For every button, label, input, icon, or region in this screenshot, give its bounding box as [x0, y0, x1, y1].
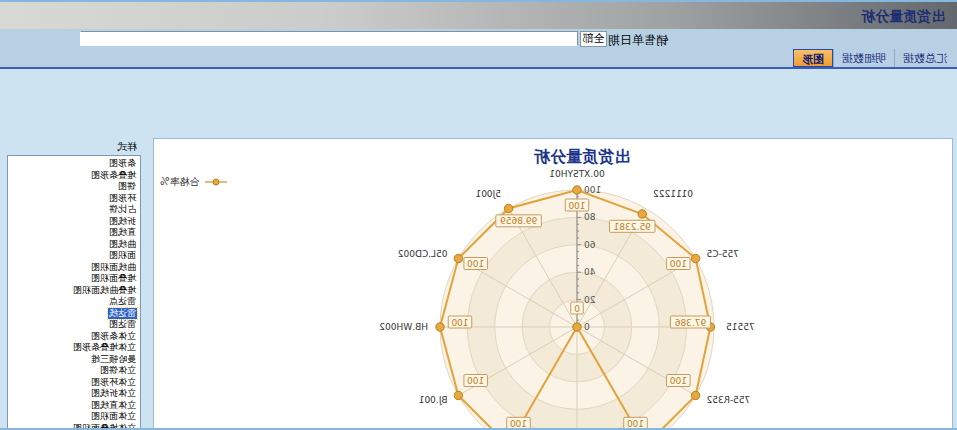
app-window: 出货质量分析 销售单日期 全部 汇总数据明细数据图形 0204060801001…	[0, 0, 957, 430]
main-area: 02040608010010099.8659100100100100010010…	[0, 67, 957, 430]
radar-data-point	[436, 323, 444, 331]
radar-data-point	[454, 391, 462, 399]
style-list-item[interactable]: 曼哈顿三维	[8, 354, 137, 366]
radar-data-point	[504, 204, 512, 212]
tab-summary-data[interactable]: 汇总数据	[894, 49, 955, 67]
style-list-item[interactable]: 立体条形图	[8, 331, 137, 343]
filter-date-label: 销售单日期	[608, 32, 668, 49]
style-list-item[interactable]: 堆叠面积图	[8, 273, 137, 285]
radar-value-label: 100	[669, 376, 686, 386]
style-list-item[interactable]: 立体饼图	[8, 365, 137, 377]
radar-value-label: 100	[451, 318, 468, 328]
legend-label: 合格率%	[160, 175, 200, 189]
radar-value-label: 95.2381	[614, 222, 651, 232]
radar-value-label: 0	[574, 304, 580, 314]
radar-tick-label: 60	[584, 240, 596, 250]
style-list-item[interactable]: 雷达点	[8, 296, 137, 308]
tab-detail-data[interactable]: 明细数据	[833, 49, 894, 67]
radar-data-point	[454, 254, 462, 262]
style-list: 条形图堆叠条形图饼图环形图占比饼折线图直线图曲线图面积图曲线面积图堆叠面积图堆叠…	[7, 155, 141, 430]
radar-tick-label: 20	[584, 295, 596, 305]
legend: 合格率%	[160, 175, 228, 189]
style-list-item[interactable]: 立体直线图	[8, 400, 137, 412]
style-list-item[interactable]: 立体环形图	[8, 377, 137, 389]
chart-title: 出货质量分析	[212, 147, 952, 168]
radar-data-point	[691, 254, 699, 262]
radar-category-label: 05L.CD002	[398, 249, 448, 259]
radar-value-label: 100	[669, 259, 686, 269]
page-title: 出货质量分析	[861, 8, 945, 26]
radar-data-point	[573, 323, 581, 331]
style-list-item[interactable]: 雷达图	[8, 319, 137, 331]
legend-line-dot-marker	[204, 177, 228, 187]
filter-date-input[interactable]	[80, 31, 578, 46]
style-list-item[interactable]: 立体折线图	[8, 388, 137, 400]
style-list-items: 条形图堆叠条形图饼图环形图占比饼折线图直线图曲线图面积图曲线面积图堆叠面积图堆叠…	[8, 156, 140, 430]
radar-value-label: 97.386	[674, 318, 706, 328]
radar-data-point	[638, 210, 646, 218]
radar-category-label: 755-C5	[706, 249, 738, 259]
radar-category-label: 5J001	[475, 189, 501, 199]
style-list-item[interactable]: 雷达线	[8, 308, 137, 320]
style-list-item[interactable]: 占比饼	[8, 204, 137, 216]
radar-value-label: 100	[568, 201, 585, 211]
radar-value-label: 99.8659	[500, 216, 537, 226]
radar-category-label: 0111222	[653, 189, 693, 199]
filter-scope-dropdown[interactable]: 全部	[580, 31, 607, 47]
radar-tick-label: 40	[584, 267, 596, 277]
style-list-item[interactable]: 堆叠条形图	[8, 170, 137, 182]
chart-panel: 02040608010010099.8659100100100100010010…	[153, 138, 953, 430]
style-list-header: 样式	[117, 140, 137, 154]
style-list-item[interactable]: 立体面积图	[8, 411, 137, 423]
radar-category-label: HB.WH002	[379, 322, 428, 332]
style-list-item[interactable]: 堆叠曲线面积图	[8, 285, 137, 297]
window-titlebar: 出货质量分析	[0, 0, 957, 29]
radar-tick-label: 80	[584, 212, 596, 222]
tab-graph[interactable]: 图形	[793, 49, 833, 67]
radar-data-point	[691, 391, 699, 399]
radar-category-label: 755-R352	[706, 395, 750, 405]
radar-value-label: 100	[467, 259, 484, 269]
radar-category-label: 75515	[726, 322, 755, 332]
style-list-item[interactable]: 饼图	[8, 181, 137, 193]
style-list-item[interactable]: 环形图	[8, 193, 137, 205]
radar-tick-label: 0	[584, 322, 590, 332]
radar-category-label: 00.XTSYH01	[549, 169, 604, 179]
tab-bar: 汇总数据明细数据图形	[0, 48, 957, 67]
radar-data-point	[573, 186, 581, 194]
style-list-item[interactable]: 直线图	[8, 227, 137, 239]
tabs: 汇总数据明细数据图形	[793, 49, 955, 67]
style-list-item[interactable]: 折线图	[8, 216, 137, 228]
style-list-item[interactable]: 立体堆叠条形图	[8, 342, 137, 354]
style-list-item[interactable]: 曲线图	[8, 239, 137, 251]
style-list-item[interactable]: 条形图	[8, 158, 137, 170]
radar-category-label: BJ.001	[419, 395, 448, 405]
style-list-item[interactable]: 面积图	[8, 250, 137, 262]
radar-chart: 02040608010010099.8659100100100100010010…	[152, 139, 952, 430]
style-list-item[interactable]: 曲线面积图	[8, 262, 137, 274]
radar-value-label: 100	[467, 376, 484, 386]
filter-bar: 销售单日期 全部	[0, 29, 957, 48]
